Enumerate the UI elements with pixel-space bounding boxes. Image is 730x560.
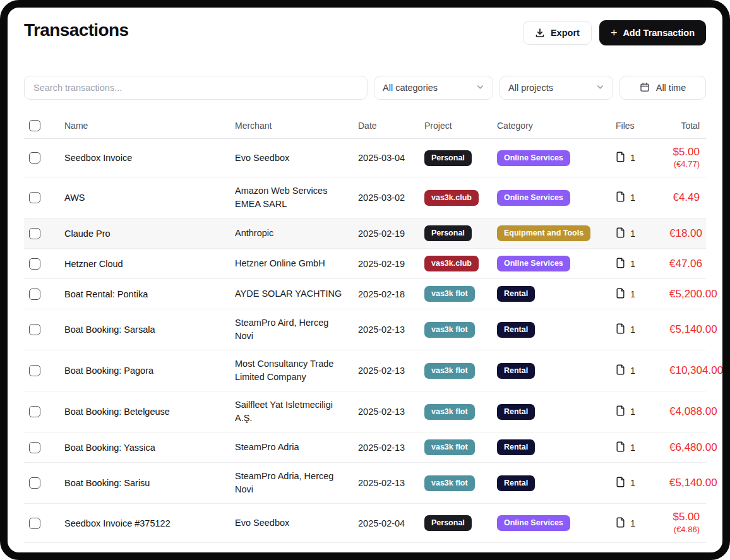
row-files: 1	[616, 477, 669, 489]
file-count: 1	[630, 443, 635, 453]
project-badge: vas3k flot	[424, 439, 475, 455]
category-badge: Online Services	[497, 150, 570, 166]
file-count: 1	[630, 478, 635, 488]
row-merchant: SteamPro Aird, Herceg Novi	[235, 316, 358, 343]
file-icon	[616, 227, 625, 240]
row-date: 2025-02-19	[358, 259, 424, 269]
select-all-checkbox[interactable]	[29, 120, 40, 131]
row-name: Seedbox Invoice #375122	[64, 518, 235, 528]
table-row[interactable]: Boat Booking: Sarsala SteamPro Aird, Her…	[24, 309, 706, 350]
row-total: €4.74	[669, 557, 706, 560]
table-row[interactable]: AWS Amazon Web Services EMEA SARL 2025-0…	[24, 177, 706, 218]
total-amount: €4.74	[669, 557, 700, 560]
table-row[interactable]: Seedbox Invoice Evo Seedbox 2025-03-04 P…	[24, 139, 706, 177]
category-badge: Online Services	[497, 555, 570, 560]
file-icon	[616, 152, 625, 164]
row-date: 2025-02-13	[358, 443, 424, 453]
total-amount: €18.00	[669, 227, 702, 240]
total-amount: €47.06	[669, 258, 702, 270]
project-badge: Personal	[424, 150, 472, 166]
row-name: Seedbox Invoice	[64, 153, 235, 163]
page-title: Transactions	[24, 20, 129, 40]
table-body: Seedbox Invoice Evo Seedbox 2025-03-04 P…	[24, 139, 706, 560]
column-header-total: Total	[669, 121, 706, 131]
row-checkbox[interactable]	[29, 324, 40, 335]
row-checkbox[interactable]	[29, 228, 40, 239]
file-count: 1	[630, 153, 635, 163]
row-checkbox[interactable]	[29, 406, 40, 417]
total-amount: €6,480.00	[669, 441, 717, 454]
row-checkbox[interactable]	[29, 192, 40, 203]
row-checkbox[interactable]	[29, 557, 40, 560]
file-count: 1	[630, 518, 635, 528]
transactions-table: Name Merchant Date Project Category File…	[24, 112, 706, 560]
category-badge: Online Services	[497, 256, 570, 271]
row-checkbox[interactable]	[29, 518, 40, 529]
row-files: 1	[616, 405, 669, 418]
category-badge: Rental	[497, 322, 535, 338]
row-checkbox[interactable]	[29, 477, 40, 489]
page-header: Transactions Export + Add Transaction	[24, 20, 706, 45]
categories-select[interactable]: All categories	[374, 76, 493, 100]
row-merchant: Amazon Web Services EMEA SARL	[235, 550, 358, 560]
table-row[interactable]: Boat Rental: Pontika AYDE SOLAR YACHTING…	[24, 279, 706, 309]
table-row[interactable]: Boat Booking: Sarisu SteamPro Adria, Her…	[24, 463, 706, 504]
category-badge: Equipment and Tools	[497, 225, 590, 241]
table-row[interactable]: AWS Amazon Web Services EMEA SARL 2025-0…	[24, 543, 706, 560]
row-checkbox[interactable]	[29, 152, 40, 164]
add-transaction-button[interactable]: + Add Transaction	[599, 20, 706, 45]
row-name: AWS	[64, 193, 235, 203]
row-merchant: Amazon Web Services EMEA SARL	[235, 184, 358, 211]
table-row[interactable]: Claude Pro Anthropic 2025-02-19 Personal…	[24, 218, 706, 249]
table-row[interactable]: Seedbox Invoice #375122 Evo Seedbox 2025…	[24, 504, 706, 542]
category-badge: Online Services	[497, 515, 570, 531]
table-row[interactable]: Boat Booking: Betelgeuse Sailfleet Yat I…	[24, 391, 706, 432]
file-icon	[616, 364, 625, 377]
search-box	[24, 76, 368, 100]
table-row[interactable]: Hetzner Cloud Hetzner Online GmbH 2025-0…	[24, 249, 706, 279]
search-input[interactable]	[33, 83, 358, 93]
project-badge: vas3k flot	[424, 322, 475, 338]
row-merchant: Evo Seedbox	[235, 152, 358, 165]
row-files: 1	[616, 227, 669, 240]
date-range-value: All time	[656, 83, 686, 93]
file-icon	[616, 517, 625, 530]
row-checkbox[interactable]	[29, 442, 40, 453]
row-name: Boat Booking: Betelgeuse	[64, 407, 235, 417]
category-badge: Online Services	[497, 190, 570, 206]
column-header-merchant: Merchant	[235, 121, 358, 131]
file-count: 1	[630, 366, 635, 376]
row-total: €4,088.00	[669, 405, 724, 418]
project-badge: vas3k.club	[424, 190, 479, 206]
row-checkbox[interactable]	[29, 258, 40, 270]
project-badge: vas3k.club	[424, 256, 479, 271]
row-checkbox[interactable]	[29, 289, 40, 300]
category-badge: Rental	[497, 404, 535, 420]
total-amount: €5,200.00	[669, 288, 717, 301]
file-count: 1	[630, 325, 635, 335]
total-amount: €5,140.00	[669, 477, 717, 489]
project-badge: Personal	[424, 225, 472, 241]
row-total: $5.00 (€4.77)	[669, 146, 706, 170]
row-files: 1	[616, 191, 669, 204]
file-count: 1	[630, 259, 635, 269]
table-row[interactable]: Boat Booking: Yassica SteamPro Adria 202…	[24, 432, 706, 463]
file-count: 1	[630, 229, 635, 239]
row-merchant: Anthropic	[235, 227, 358, 240]
table-row[interactable]: Boat Booking: Pagora Most Consultancy Tr…	[24, 350, 706, 391]
total-amount: €10,304.00	[669, 364, 723, 377]
file-icon	[616, 323, 625, 336]
project-badge: vas3k flot	[424, 286, 475, 302]
app-frame: Transactions Export + Add Transaction	[0, 0, 730, 560]
row-merchant: Sailfleet Yat Isletmeciligi A.Ş.	[235, 398, 358, 425]
row-name: Boat Booking: Pagora	[64, 366, 235, 376]
export-button[interactable]: Export	[523, 21, 592, 45]
row-checkbox[interactable]	[29, 365, 40, 376]
row-date: 2025-02-13	[358, 325, 424, 335]
row-total: $5.00 (€4.86)	[669, 511, 706, 535]
total-amount: €5,140.00	[669, 323, 717, 336]
file-icon	[616, 477, 625, 489]
projects-select[interactable]: All projects	[500, 76, 613, 100]
date-range-button[interactable]: All time	[619, 76, 706, 100]
file-icon	[616, 557, 625, 560]
